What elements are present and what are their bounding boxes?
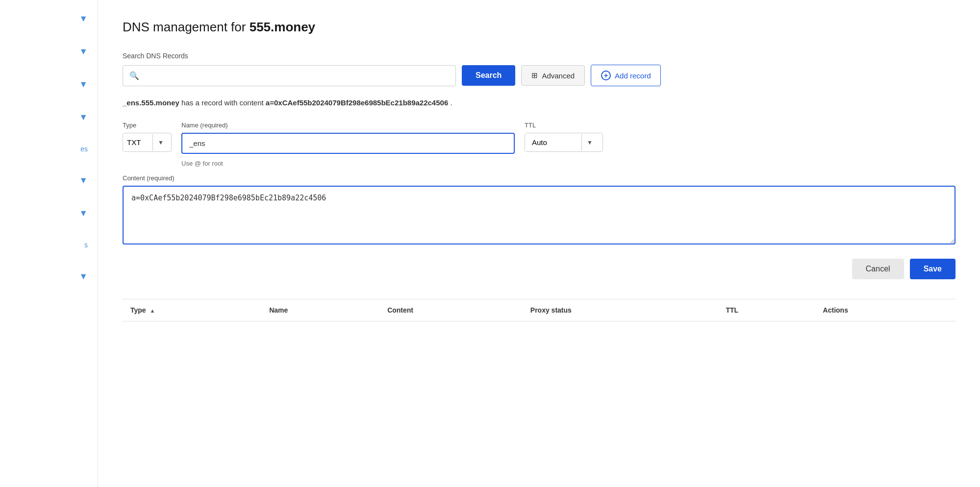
info-domain: _ens.555.money [123, 98, 179, 107]
col-ttl: TTL [718, 299, 815, 321]
name-input[interactable] [181, 133, 515, 154]
table: Type ▲ Name Content Proxy status TTL [123, 299, 955, 321]
content-label: Content (required) [123, 174, 955, 182]
ttl-label: TTL [525, 122, 603, 129]
col-actions-label: Actions [823, 306, 848, 314]
add-record-button[interactable]: + Add record [591, 65, 661, 86]
plus-icon: + [601, 71, 611, 80]
save-button[interactable]: Save [910, 259, 955, 279]
col-type[interactable]: Type ▲ [123, 299, 261, 321]
type-label: Type [123, 122, 172, 129]
col-type-label: Type [130, 306, 146, 314]
type-group: Type ▼ [123, 122, 172, 152]
sidebar-item-6[interactable]: ▼ [79, 204, 88, 222]
sidebar-item-label-s[interactable]: s [84, 237, 88, 253]
title-domain: 555.money [250, 20, 315, 34]
content-textarea[interactable]: a=0xCAef55b2024079Bf298e6985bEc21b89a22c… [123, 186, 955, 244]
col-content: Content [379, 299, 523, 321]
ttl-chevron-icon[interactable]: ▼ [581, 134, 598, 151]
name-group: Name (required) Use @ for root [181, 122, 515, 167]
ttl-input[interactable] [525, 133, 581, 151]
dns-records-table: Type ▲ Name Content Proxy status TTL [123, 299, 955, 321]
sidebar-item-label-es[interactable]: es [80, 141, 88, 157]
sidebar-item-4[interactable]: ▼ [79, 108, 88, 126]
chevron-icon-1: ▼ [79, 14, 88, 24]
page-title: DNS management for 555.money [123, 20, 955, 35]
col-name: Name [261, 299, 379, 321]
search-row: 🔍 Search ⊞ Advanced + Add record [123, 65, 955, 86]
col-ttl-label: TTL [726, 306, 739, 314]
sidebar-label-es: es [80, 145, 88, 153]
title-prefix: DNS management for [123, 20, 250, 34]
info-middle: has a record with content [181, 98, 266, 107]
chevron-icon-5: ▼ [79, 175, 88, 186]
search-icon: 🔍 [129, 71, 139, 80]
col-proxy-status: Proxy status [523, 299, 718, 321]
table-header-row: Type ▲ Name Content Proxy status TTL [123, 299, 955, 321]
advanced-label: Advanced [542, 72, 575, 80]
type-select[interactable]: ▼ [123, 133, 172, 152]
sidebar: ▼ ▼ ▼ ▼ es ▼ ▼ s ▼ [0, 0, 98, 487]
content-section: Content (required) a=0xCAef55b2024079Bf2… [123, 174, 955, 246]
name-label: Name (required) [181, 122, 515, 129]
search-input[interactable] [123, 65, 456, 86]
ttl-select[interactable]: ▼ [525, 133, 603, 152]
advanced-icon: ⊞ [531, 71, 538, 80]
search-input-wrapper: 🔍 [123, 65, 456, 86]
table-header: Type ▲ Name Content Proxy status TTL [123, 299, 955, 321]
advanced-button[interactable]: ⊞ Advanced [521, 65, 585, 86]
sort-asc-icon: ▲ [150, 308, 155, 314]
type-input[interactable] [123, 133, 152, 151]
name-hint: Use @ for root [181, 160, 515, 167]
chevron-icon-6: ▼ [79, 208, 88, 219]
search-button[interactable]: Search [462, 65, 515, 86]
sidebar-item-5[interactable]: ▼ [79, 171, 88, 190]
col-proxy-label: Proxy status [530, 306, 572, 314]
action-row: Cancel Save [123, 259, 955, 279]
sidebar-item-7[interactable]: ▼ [79, 268, 88, 286]
sidebar-item-2[interactable]: ▼ [79, 43, 88, 61]
info-value: a=0xCAef55b2024079Bf298e6985bEc21b89a22c… [266, 98, 448, 107]
type-chevron-icon[interactable]: ▼ [152, 134, 169, 151]
info-message: _ens.555.money has a record with content… [123, 98, 955, 107]
ttl-group: TTL ▼ [525, 122, 603, 152]
cancel-button[interactable]: Cancel [852, 259, 904, 279]
chevron-icon-3: ▼ [79, 79, 88, 90]
add-record-label: Add record [615, 72, 651, 80]
col-content-label: Content [387, 306, 413, 314]
sidebar-item-3[interactable]: ▼ [79, 75, 88, 94]
info-end: . [450, 98, 452, 107]
col-name-label: Name [269, 306, 288, 314]
sidebar-label-s: s [84, 241, 88, 249]
search-label: Search DNS Records [123, 52, 955, 60]
sidebar-item-1[interactable]: ▼ [79, 10, 88, 28]
chevron-icon-7: ▼ [79, 271, 88, 282]
main-content: DNS management for 555.money Search DNS … [98, 0, 980, 487]
chevron-icon-4: ▼ [79, 112, 88, 122]
chevron-icon-2: ▼ [79, 47, 88, 57]
col-actions: Actions [815, 299, 955, 321]
form-row: Type ▼ Name (required) Use @ for root TT… [123, 122, 955, 167]
